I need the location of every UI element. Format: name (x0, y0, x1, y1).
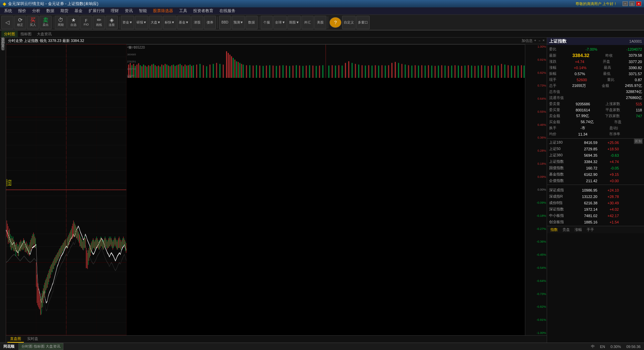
liangu-icon: ◈ (110, 17, 114, 23)
liangu-label: 连股 (109, 23, 115, 27)
tab-zhibiaotu[interactable]: 指标图 (18, 31, 34, 37)
svg-rect-165 (112, 240, 112, 248)
toolbar-usstock[interactable]: 美股 (314, 16, 326, 29)
title-bar: ◈ 金元深圳云行情主站 - 金元证券 - 上证指数(未响应) 尊敬的滴滴用户 上… (0, 0, 644, 7)
toolbar-drawline[interactable]: ✏ 画线 (93, 16, 105, 29)
sz-row-czhi-r: 深成指R 13122.20 +28.78 (547, 193, 644, 200)
toolbar-liangu[interactable]: ◈ 连股 (106, 16, 118, 29)
svg-rect-127 (85, 238, 86, 248)
qbie-badge[interactable]: 区别 (634, 139, 643, 144)
svg-rect-201 (148, 65, 149, 78)
toolbar-sell[interactable]: 卖 卖出 (40, 16, 52, 29)
rbt-zhishu[interactable]: 指数 (548, 227, 560, 233)
rbt-guipan[interactable]: 贵盘 (560, 227, 572, 233)
tab-dapanzixun[interactable]: 大盘资讯 (34, 31, 54, 37)
main-chart: 量: 165220 09:30 10:30 11:30 14:00 15:00 (6, 44, 126, 335)
sidebar-tab-index[interactable]: 上证指数 (0, 42, 6, 45)
menu-system[interactable]: 系统 (1, 7, 15, 14)
toolbar-statistics[interactable]: 数据 (246, 16, 258, 29)
maximize-button[interactable]: □ (629, 1, 635, 6)
menu-stock-filter[interactable]: 股票筛选器 (150, 7, 176, 14)
toolbar-debt[interactable]: 债券 (204, 16, 216, 29)
weimai-label: 委卖量 (549, 101, 560, 106)
tab-shishipan[interactable]: 实时盘 (24, 336, 41, 343)
toolbar-fund-dropdown[interactable]: 资金▼ (121, 16, 134, 29)
add-info-button[interactable]: 加信息 (522, 38, 533, 43)
toolbar-fund2[interactable]: 基金▼ (177, 16, 191, 29)
chart-bottom-tabs: 直盘图 实时盘 (6, 335, 547, 343)
rbt-zhangfu[interactable]: 涨幅 (573, 227, 584, 233)
toolbar-biaoblock[interactable]: 标快▼ (163, 16, 176, 29)
svg-rect-55 (34, 234, 34, 244)
watchlist-icon: ★ (71, 17, 76, 23)
toolbar-forex[interactable]: 外汇 (302, 16, 314, 29)
sidebar-tab-zixuan[interactable]: 自选 (0, 52, 6, 55)
tab-fenshitu[interactable]: 分时图 (1, 31, 18, 37)
idx-name-jijin: 基金指数 (549, 172, 573, 177)
taskbar-start[interactable]: 同花顺 (2, 344, 16, 349)
svg-rect-182 (124, 238, 124, 246)
toolbar-bbd[interactable]: BBD (219, 16, 231, 29)
huanshou-label: 换手 (549, 126, 556, 131)
menu-fund[interactable]: 基金 (72, 7, 85, 14)
toolbar-global[interactable]: 全球▼ (273, 16, 287, 29)
menu-futures[interactable]: 期货 (58, 7, 71, 14)
index-row-50: 上证50 2729.85 +18.50 (547, 146, 644, 152)
shiying-label: 市盈 (614, 119, 622, 124)
sidebar-tab-bigscreen2[interactable]: 大盘资讯 (0, 49, 6, 52)
idx-chg-jijin: +9.15 (599, 172, 619, 177)
sidebar-tab-news[interactable]: 资讯 (0, 39, 6, 42)
toolbar-bigscreen[interactable]: 大盘▼ (149, 16, 162, 29)
svg-rect-40 (23, 238, 24, 250)
zoom-out-icon[interactable]: － (538, 38, 541, 43)
zhangfu-row: 涨幅 +0.14% 最高 3390.82 (549, 65, 642, 70)
drawline-icon: ✏ (97, 17, 101, 23)
toolbar-predict[interactable]: 预测▼ (232, 16, 245, 29)
toolbar-buy[interactable]: 买 买入 (27, 16, 39, 29)
toolbar-period[interactable]: ⏱ 周期 (55, 16, 67, 29)
close-button[interactable]: ✕ (636, 1, 641, 6)
menu-news[interactable]: 资讯 (122, 7, 136, 14)
toolbar-watchlist[interactable]: ★ 自选 (67, 16, 79, 29)
toolbar-personal[interactable]: 个服 (261, 16, 273, 29)
idx-val-50: 2729.85 (574, 147, 597, 151)
toolbar-multiwindow[interactable]: 多窗口 (356, 16, 370, 29)
sidebar-tab-tech[interactable]: 技术行情 (0, 46, 6, 48)
idx-chg-shzhi: +4.74 (599, 160, 619, 164)
toolbar-custom[interactable]: 自定义 (342, 16, 356, 29)
menu-finance[interactable]: 理财 (108, 7, 121, 14)
minimize-button[interactable]: － (623, 1, 628, 6)
index-row-jijin: 基金指数 6162.90 +9.15 (547, 171, 644, 178)
chart-close-icon[interactable]: × (543, 38, 545, 43)
menu-smart[interactable]: 智能 (136, 7, 150, 14)
toolbar-research[interactable]: 研报▼ (135, 16, 148, 29)
menu-extended[interactable]: 扩展行情 (86, 7, 107, 14)
svg-rect-63 (40, 295, 40, 309)
toolbar-back[interactable]: ◁ (1, 16, 13, 29)
menu-quote[interactable]: 报价 (15, 7, 29, 14)
toolbar-help[interactable]: ? (329, 17, 341, 28)
tab-zhijiantu[interactable]: 直盘图 (7, 336, 24, 343)
svg-rect-301 (421, 65, 422, 78)
sz-val-czhi-r: 13122.20 (574, 195, 597, 199)
toolbar-refresh[interactable]: ⟳ 校正 (14, 16, 26, 29)
zoom-in-icon[interactable]: + (534, 38, 536, 43)
svg-rect-198 (143, 64, 144, 78)
menu-investor-edu[interactable]: 投资者教育 (191, 7, 216, 14)
svg-rect-31 (17, 244, 17, 252)
toolbar-potential[interactable]: 潜股 (191, 16, 203, 29)
menu-analysis[interactable]: 分析 (30, 7, 43, 14)
toolbar-qigu[interactable]: 期股▼ (287, 16, 301, 29)
rbt-shoushou[interactable]: 手手 (585, 227, 596, 233)
sz-chg-cfb: +30.49 (599, 201, 619, 205)
menu-online-service[interactable]: 在线服务 (217, 7, 238, 14)
menu-tools[interactable]: 工具 (176, 7, 190, 14)
taskbar-app-window[interactable]: 分时图 指标图 大盘资讯 (18, 343, 63, 350)
buy-label: 买入 (30, 23, 36, 27)
liangbi-label: 量比 (607, 77, 614, 82)
menu-data[interactable]: 数据 (44, 7, 57, 14)
svg-rect-289 (381, 65, 382, 78)
toolbar-fio[interactable]: F FIO (80, 16, 92, 29)
svg-rect-170 (115, 238, 116, 246)
svg-rect-312 (458, 65, 459, 78)
